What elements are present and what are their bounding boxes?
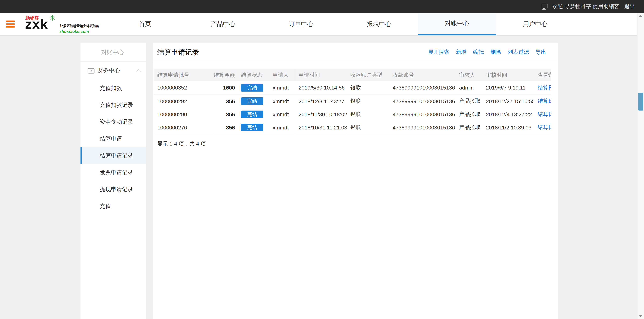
cell-account_type: 银联	[347, 108, 389, 121]
cell-account: 473899991010003015136	[389, 121, 456, 134]
cell-status: 完结	[238, 95, 269, 108]
logout-link[interactable]: 退出	[624, 3, 635, 10]
cell-status: 完结	[238, 108, 269, 121]
topbar: 欢迎 寻梦牡丹亭 使用助销客 退出	[0, 0, 644, 13]
logo[interactable]: 助销客 zxk ✳ 让景区智慧营销变得更智能 zhuxiaoke.com	[19, 13, 106, 35]
table-header-row: 结算申请批号结算金额结算状态申请人申请时间收款账户类型收款账号审核人审核时间查看…	[154, 69, 551, 81]
table-row: 1000000276356完结xmmdt2018/10/31 11:21:03银…	[154, 121, 551, 134]
detail-link[interactable]: 结算日志	[538, 85, 551, 91]
cell-batch: 1000000292	[154, 95, 213, 108]
table-row: 1000000292356完结xmmdt2018/12/3 11:43:27银联…	[154, 95, 551, 108]
toolbar-link-1[interactable]: 展开搜索	[428, 49, 449, 56]
toolbar-link-6[interactable]: 导出	[536, 49, 546, 56]
hamburger-menu-icon[interactable]	[0, 13, 19, 35]
cell-account_type: 银联	[347, 95, 389, 108]
monitor-icon	[541, 4, 548, 8]
nav-item-1[interactable]: 首页	[106, 13, 184, 35]
sidebar-item-1[interactable]: 充值扣款	[80, 80, 146, 97]
sidebar-item-6[interactable]: 发票申请记录	[80, 164, 146, 181]
sidebar-items: 充值扣款充值扣款记录资金变动记录结算申请结算申请记录发票申请记录提现申请记录充值	[80, 80, 146, 215]
toolbar: 展开搜索新增编辑删除列表过滤导出	[428, 49, 546, 56]
app: 欢迎 寻梦牡丹亭 使用助销客 退出 助销客 zxk ✳ 让景区智慧营销变得更智能…	[0, 0, 644, 319]
welcome-text: 欢迎 寻梦牡丹亭 使用助销客	[552, 3, 619, 10]
column-header-status: 结算状态	[238, 69, 269, 81]
toolbar-link-4[interactable]: 删除	[490, 49, 501, 56]
column-header-apply_time: 申请时间	[295, 69, 347, 81]
chevron-up-icon	[136, 69, 141, 74]
sidebar-group-finance[interactable]: ¥ 财务中心	[80, 62, 146, 80]
sidebar: 对账中心 ¥ 财务中心 充值扣款充值扣款记录资金变动记录结算申请结算申请记录发票…	[80, 43, 146, 319]
sidebar-item-5[interactable]: 结算申请记录	[80, 147, 146, 164]
detail-link[interactable]: 结算日志	[538, 124, 551, 130]
column-header-applicant: 申请人	[269, 69, 295, 81]
logo-brand-en: zxk	[25, 17, 48, 32]
cell-amount: 356	[213, 95, 238, 108]
cell-auditor: 产品拉取	[456, 95, 482, 108]
cell-batch: 1000000290	[154, 108, 213, 121]
cell-account: 473899991010003015136	[389, 108, 456, 121]
header: 助销客 zxk ✳ 让景区智慧营销变得更智能 zhuxiaoke.com 首页产…	[0, 13, 637, 36]
column-header-detail: 查看详情	[534, 69, 551, 81]
cell-detail: 结算日志	[534, 108, 551, 121]
records-table: 结算申请批号结算金额结算状态申请人申请时间收款账户类型收款账号审核人审核时间查看…	[154, 69, 551, 134]
page-title: 结算申请记录	[157, 48, 199, 57]
cell-apply_time: 2018/11/30 10:18:02	[295, 108, 347, 121]
cell-status: 完结	[238, 121, 269, 134]
logo-domain: zhuxiaoke.com	[60, 29, 89, 34]
column-header-batch: 结算申请批号	[154, 69, 213, 81]
column-header-amount: 结算金额	[213, 69, 238, 81]
column-header-auditor: 审核人	[456, 69, 482, 81]
cell-applicant: xmmdt	[269, 95, 295, 108]
status-badge: 完结	[241, 124, 263, 131]
toolbar-link-5[interactable]: 列表过滤	[508, 49, 529, 56]
status-badge: 完结	[241, 84, 263, 92]
panel-header: 结算申请记录 展开搜索新增编辑删除列表过滤导出	[153, 43, 558, 62]
cell-detail: 结算日志	[534, 121, 551, 134]
nav-item-5[interactable]: 对账中心	[418, 13, 496, 35]
table-row: 1000000290356完结xmmdt2018/11/30 10:18:02银…	[154, 108, 551, 121]
scrollbar-thumb[interactable]	[638, 93, 643, 110]
sidebar-item-4[interactable]: 结算申请	[80, 130, 146, 147]
sidebar-item-7[interactable]: 提现申请记录	[80, 181, 146, 198]
cell-status: 完结	[238, 81, 269, 95]
cell-applicant: xmmdt	[269, 121, 295, 134]
table-clip: 结算申请批号结算金额结算状态申请人申请时间收款账户类型收款账号审核人审核时间查看…	[154, 69, 551, 134]
toolbar-link-3[interactable]: 编辑	[473, 49, 484, 56]
nav-item-2[interactable]: 产品中心	[184, 13, 262, 35]
detail-link[interactable]: 结算日志	[538, 111, 551, 117]
cell-audit_time: 2018/11/2 10:39:03	[482, 121, 534, 134]
cell-audit_time: 2018/12/4 13:27:22	[482, 108, 534, 121]
nav-item-4[interactable]: 报表中心	[340, 13, 418, 35]
cell-detail: 结算日志	[534, 81, 551, 95]
cell-amount: 356	[213, 108, 238, 121]
status-badge: 完结	[241, 97, 263, 105]
detail-link[interactable]: 结算日志	[538, 98, 551, 104]
column-header-audit_time: 审核时间	[482, 69, 534, 81]
sidebar-item-8[interactable]: 充值	[80, 198, 146, 214]
cell-account_type: 银联	[347, 121, 389, 134]
vertical-scrollbar[interactable]	[637, 13, 644, 319]
cell-auditor: 产品拉取	[456, 121, 482, 134]
nav-item-6[interactable]: 用户中心	[496, 13, 574, 35]
sidebar-item-2[interactable]: 充值扣款记录	[80, 97, 146, 113]
pagination-summary: 显示 1-4 项，共 4 项	[154, 134, 558, 147]
palm-burst-icon: ✳	[49, 13, 56, 23]
cell-batch: 1000000276	[154, 121, 213, 134]
cell-amount: 1600	[213, 81, 238, 95]
cell-apply_time: 2018/10/31 11:21:03	[295, 121, 347, 134]
cell-amount: 356	[213, 121, 238, 134]
cell-account: 473899991010003015136	[389, 95, 456, 108]
sidebar-item-3[interactable]: 资金变动记录	[80, 113, 146, 130]
toolbar-link-2[interactable]: 新增	[456, 49, 467, 56]
scroll-down-arrow-icon[interactable]	[639, 315, 642, 317]
column-header-account: 收款账号	[389, 69, 456, 81]
cell-apply_time: 2019/5/30 10:14:56	[295, 81, 347, 95]
scroll-up-arrow-icon[interactable]	[639, 15, 642, 17]
table-row: 10000003521600完结xmmdt2019/5/30 10:14:56银…	[154, 81, 551, 95]
status-badge: 完结	[241, 111, 263, 118]
nav-item-3[interactable]: 订单中心	[262, 13, 340, 35]
cell-audit_time: 2018/12/27 15:10:55	[482, 95, 534, 108]
cell-applicant: xmmdt	[269, 81, 295, 95]
finance-icon: ¥	[88, 68, 94, 73]
cell-apply_time: 2018/12/3 11:43:27	[295, 95, 347, 108]
